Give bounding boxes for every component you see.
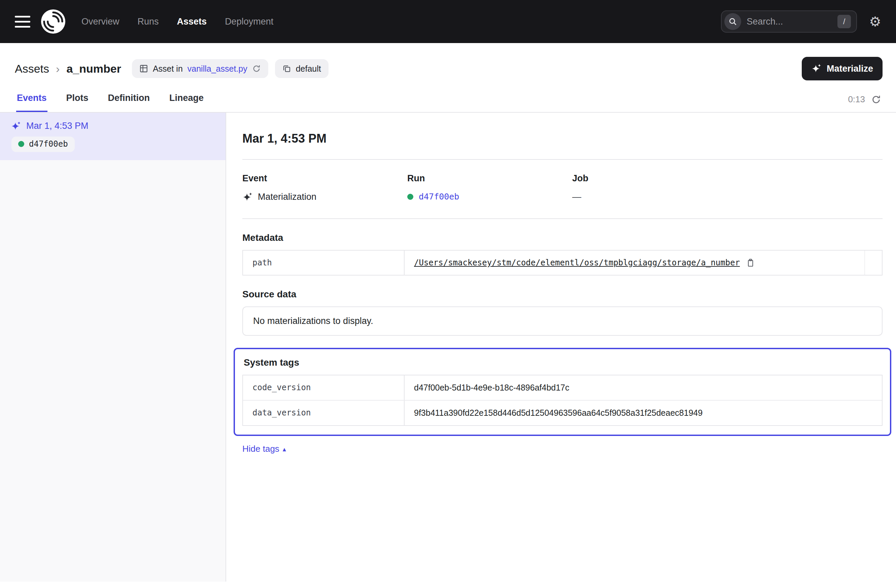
breadcrumb-chevron-icon: ›: [56, 62, 59, 75]
tab-plots[interactable]: Plots: [66, 93, 89, 112]
nav-item-deployment[interactable]: Deployment: [225, 17, 273, 27]
tab-definition[interactable]: Definition: [107, 93, 151, 112]
asset-definition-chip[interactable]: Asset in vanilla_asset.py: [132, 59, 268, 78]
system-tags-highlight: System tags code_version d47f00eb-5d1b-4…: [233, 348, 891, 436]
tag-row: code_version d47f00eb-5d1b-4e9e-b18c-489…: [243, 375, 882, 400]
main-nav: Overview Runs Assets Deployment: [81, 17, 273, 27]
reload-icon[interactable]: [252, 64, 261, 73]
refresh-status: 0:13: [848, 94, 881, 112]
event-timestamp: Mar 1, 4:53 PM: [26, 121, 88, 131]
materialize-button[interactable]: Materialize: [802, 57, 882, 81]
settings-gear-icon[interactable]: ⚙: [869, 15, 881, 28]
menu-icon[interactable]: [15, 16, 30, 27]
nav-item-runs[interactable]: Runs: [138, 17, 159, 27]
tag-key: data_version: [243, 401, 405, 425]
search-placeholder: Search...: [747, 17, 832, 27]
dagster-logo-icon: [41, 9, 65, 33]
divider: [242, 159, 882, 160]
nav-item-assets[interactable]: Assets: [177, 17, 207, 27]
materialization-value: Materialization: [258, 192, 316, 202]
system-tags-heading: System tags: [244, 357, 882, 368]
breadcrumb-assets-link[interactable]: Assets: [15, 62, 49, 75]
event-list-item[interactable]: Mar 1, 4:53 PM d47f00eb: [0, 113, 226, 160]
top-nav: Overview Runs Assets Deployment Search..…: [0, 0, 896, 43]
tag-key: code_version: [243, 375, 405, 400]
run-column: Run d47f00eb: [407, 173, 572, 202]
asset-in-label: Asset in: [153, 64, 183, 74]
job-label: Job: [572, 173, 737, 184]
search-icon: [724, 13, 741, 30]
status-dot: [407, 194, 413, 200]
source-data-heading: Source data: [242, 289, 882, 300]
caret-up-icon: ▴: [283, 446, 286, 453]
refresh-timer: 0:13: [848, 94, 865, 105]
metadata-row: path /Users/smackesey/stm/code/elementl/…: [243, 251, 882, 275]
slash-shortcut-key: /: [837, 15, 851, 28]
sparkle-icon: [11, 121, 21, 131]
tab-lineage[interactable]: Lineage: [169, 93, 204, 112]
tabs-row: Events Plots Definition Lineage 0:13: [15, 93, 882, 112]
event-column: Event Materialization: [242, 173, 407, 202]
copy-icon[interactable]: [746, 258, 754, 267]
metadata-actions-cell: [864, 251, 882, 275]
tag-value: 9f3b411a390fd22e158d446d5d12504963596aa6…: [414, 408, 702, 418]
event-label: Event: [242, 173, 407, 184]
breadcrumb: Assets › a_number Asset in vanilla_asset…: [15, 55, 882, 82]
event-title: Mar 1, 4:53 PM: [242, 132, 882, 146]
job-value: —: [572, 192, 581, 202]
hide-tags-link[interactable]: Hide tags ▴: [242, 444, 286, 454]
dagster-logo[interactable]: [41, 9, 65, 33]
grid-icon: [139, 64, 148, 73]
metadata-heading: Metadata: [242, 232, 882, 243]
asset-group-chip[interactable]: default: [275, 59, 329, 78]
metadata-table: path /Users/smackesey/stm/code/elementl/…: [242, 250, 882, 275]
tab-events[interactable]: Events: [16, 93, 47, 112]
group-label: default: [296, 64, 321, 74]
asset-file-link[interactable]: vanilla_asset.py: [187, 64, 247, 74]
job-column: Job —: [572, 173, 737, 202]
search-input[interactable]: Search... /: [721, 11, 857, 33]
tag-value: d47f00eb-5d1b-4e9e-b18c-4896af4bd17c: [414, 383, 570, 392]
group-icon: [282, 64, 291, 73]
nav-right: Search... / ⚙: [721, 11, 881, 33]
nav-item-overview[interactable]: Overview: [81, 17, 119, 27]
page-header: Assets › a_number Asset in vanilla_asset…: [0, 43, 896, 113]
event-detail: Mar 1, 4:53 PM Event Materialization Run…: [226, 113, 896, 582]
metadata-key: path: [243, 251, 405, 275]
run-id-badge: d47f00eb: [11, 137, 75, 152]
empty-state: No materializations to display.: [242, 307, 882, 336]
sparkle-icon: [811, 64, 821, 74]
divider: [242, 218, 882, 219]
materialize-label: Materialize: [827, 64, 873, 74]
hide-tags-label: Hide tags: [242, 444, 279, 454]
content: Mar 1, 4:53 PM d47f00eb Mar 1, 4:53 PM E…: [0, 113, 896, 582]
path-link[interactable]: /Users/smackesey/stm/code/elementl/oss/t…: [414, 258, 740, 267]
event-list: Mar 1, 4:53 PM d47f00eb: [0, 113, 226, 582]
run-link[interactable]: d47f00eb: [419, 192, 459, 202]
status-dot: [18, 141, 24, 147]
event-summary-columns: Event Materialization Run d47f00eb Job —: [242, 173, 882, 202]
run-id-text: d47f00eb: [29, 139, 68, 149]
tag-row: data_version 9f3b411a390fd22e158d446d5d1…: [243, 400, 882, 425]
sparkle-icon: [242, 192, 253, 202]
run-label: Run: [407, 173, 572, 184]
page-title: a_number: [66, 62, 121, 75]
system-tags-table: code_version d47f00eb-5d1b-4e9e-b18c-489…: [242, 375, 882, 426]
refresh-icon[interactable]: [871, 94, 881, 105]
